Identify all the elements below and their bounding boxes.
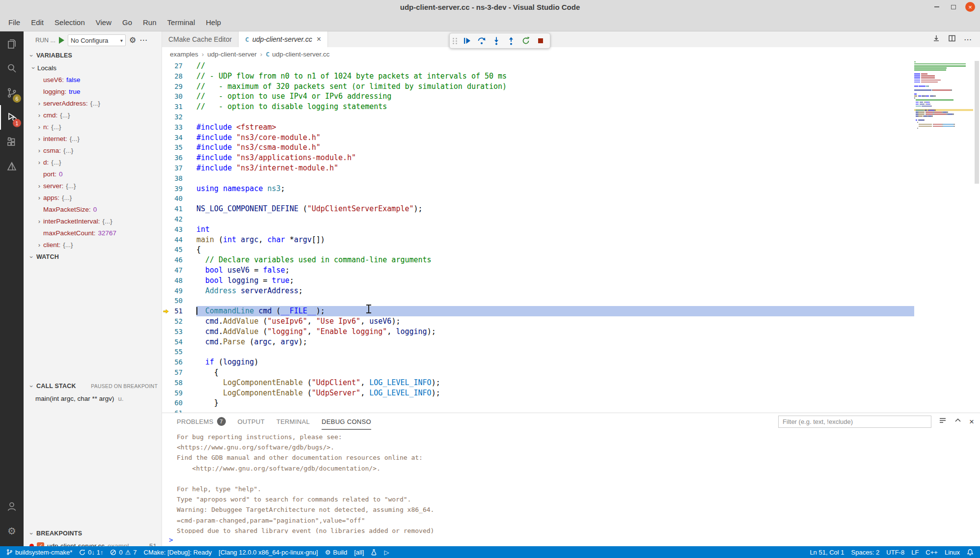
code-text[interactable]: #include "ns3/csma-module.h" — [196, 142, 914, 153]
code-text[interactable]: CommandLine cmd (__FILE__); — [196, 306, 914, 316]
view-more-actions-icon[interactable]: ⋯ — [139, 36, 147, 44]
line-number[interactable]: 33 — [169, 122, 183, 133]
tab-udp-client-server.cc[interactable]: Cudp-client-server.cc× — [239, 31, 328, 47]
variable-row[interactable]: ›interPacketInterval:{...} — [24, 215, 162, 227]
variable-row[interactable]: ›apps:{...} — [24, 192, 162, 203]
code-text[interactable]: using namespace ns3; — [196, 184, 914, 194]
panel-tab-output[interactable]: OUTPUT — [238, 413, 265, 430]
gutter-glyph[interactable] — [162, 276, 169, 286]
variable-row[interactable]: maxPacketCount:32767 — [24, 227, 162, 239]
gutter-glyph[interactable] — [162, 142, 169, 153]
gutter-glyph[interactable] — [162, 398, 169, 408]
code-text[interactable]: #include "ns3/internet-module.h" — [196, 163, 914, 173]
settings-gear-icon[interactable]: ⚙ — [0, 519, 24, 543]
run-file-icon[interactable] — [932, 34, 940, 44]
gutter-glyph[interactable] — [162, 184, 169, 194]
code-line[interactable]: 55 — [162, 347, 914, 357]
line-number[interactable]: 46 — [169, 255, 183, 265]
restart-button[interactable] — [519, 34, 532, 47]
code-text[interactable]: } — [196, 398, 914, 408]
code-line[interactable]: 47 bool useV6 = false; — [162, 265, 914, 276]
gutter-glyph[interactable] — [162, 153, 169, 163]
gutter-glyph[interactable] — [162, 408, 169, 413]
breakpoints-section-header[interactable]: › BREAKPOINTS — [24, 527, 162, 540]
code-text[interactable] — [196, 347, 914, 357]
code-line[interactable]: 50 — [162, 296, 914, 306]
code-text[interactable]: LogComponentEnable ("UdpServer", LOG_LEV… — [196, 388, 914, 398]
code-line[interactable]: 34#include "ns3/core-module.h" — [162, 133, 914, 143]
close-button[interactable]: × — [965, 2, 975, 12]
gutter-glyph[interactable] — [162, 235, 169, 245]
cmake-kit[interactable]: [Clang 12.0.0 x86_64-pc-linux-gnu] — [215, 546, 321, 558]
cmake-icon[interactable] — [0, 154, 24, 179]
output-settings-icon[interactable] — [939, 417, 947, 426]
maximize-panel-icon[interactable] — [954, 417, 962, 426]
gutter-glyph[interactable] — [162, 82, 169, 92]
breadcrumb-item-examples[interactable]: examples — [170, 51, 198, 58]
code-text[interactable]: // - option to disable logging statement… — [196, 102, 914, 112]
line-number[interactable]: 31 — [169, 102, 183, 112]
line-number[interactable]: 29 — [169, 82, 183, 92]
step-out-button[interactable] — [505, 34, 517, 47]
line-number[interactable]: 32 — [169, 112, 183, 122]
code-line[interactable]: 45{ — [162, 245, 914, 255]
call-stack-frame[interactable]: main(int argc, char ** argv) u. — [24, 392, 162, 404]
encoding-indicator[interactable]: UTF-8 — [883, 546, 908, 558]
code-text[interactable] — [196, 408, 914, 413]
tab-cmake-cache-editor[interactable]: CMake Cache Editor — [162, 31, 239, 47]
code-text[interactable] — [196, 214, 914, 224]
menu-item-go[interactable]: Go — [117, 14, 137, 31]
code-line[interactable]: 31// - option to disable logging stateme… — [162, 102, 914, 112]
code-line[interactable]: 59 LogComponentEnable ("UdpServer", LOG_… — [162, 388, 914, 398]
gutter-glyph[interactable] — [162, 163, 169, 173]
code-line[interactable]: 29// - maximum of 320 packets sent (or l… — [162, 82, 914, 92]
code-text[interactable]: // Declare variables used in command-lin… — [196, 255, 914, 265]
code-line[interactable]: 48 bool logging = true; — [162, 276, 914, 286]
minimap[interactable] — [914, 61, 973, 131]
code-line[interactable]: 40 — [162, 194, 914, 204]
variable-row[interactable]: ›serverAddress:{...} — [24, 97, 162, 109]
continue-button[interactable] — [461, 34, 473, 47]
gutter-glyph[interactable] — [162, 173, 169, 184]
debug-config-dropdown[interactable]: No Configura ▾ — [68, 34, 126, 46]
split-editor-icon[interactable] — [948, 34, 956, 44]
line-number[interactable]: 34 — [169, 133, 183, 143]
code-text[interactable] — [196, 112, 914, 122]
gutter-glyph[interactable] — [162, 367, 169, 378]
code-line[interactable]: 61 — [162, 408, 914, 413]
line-number[interactable]: 45 — [169, 245, 183, 255]
line-number[interactable]: 49 — [169, 286, 183, 296]
step-into-button[interactable] — [490, 34, 503, 47]
breakpoint-item[interactable]: ✓ udp-client-server.cc exampl... 51 — [24, 540, 162, 546]
line-number[interactable]: 37 — [169, 163, 183, 173]
code-text[interactable]: bool logging = true; — [196, 276, 914, 286]
code-line[interactable]: 44main (int argc, char *argv[]) — [162, 235, 914, 245]
code-text[interactable]: cmd.AddValue ("useIpv6", "Use Ipv6", use… — [196, 316, 914, 327]
line-number[interactable]: 43 — [169, 224, 183, 235]
stop-button[interactable] — [534, 34, 547, 47]
code-line[interactable]: 42 — [162, 214, 914, 224]
code-line[interactable]: 32 — [162, 112, 914, 122]
line-number[interactable]: 54 — [169, 337, 183, 347]
variable-row[interactable]: ›internet:{...} — [24, 133, 162, 144]
gutter-glyph[interactable] — [162, 112, 169, 122]
locals-scope-row[interactable]: › Locals — [24, 62, 162, 74]
line-number[interactable]: 55 — [169, 347, 183, 357]
close-icon[interactable]: × — [317, 35, 321, 43]
gutter-glyph[interactable] — [162, 296, 169, 306]
variable-row[interactable]: ›n:{...} — [24, 121, 162, 133]
gutter-glyph[interactable] — [162, 347, 169, 357]
cmake-build-button[interactable]: ⚙ Build — [322, 546, 351, 558]
code-line[interactable]: 43int — [162, 224, 914, 235]
code-text[interactable]: cmd.AddValue ("logging", "Enable logging… — [196, 327, 914, 337]
editor-scrollbar[interactable] — [975, 61, 979, 184]
launch-target-icon[interactable]: ▷ — [381, 546, 392, 558]
line-number[interactable]: 30 — [169, 91, 183, 102]
cmake-status[interactable]: CMake: [Debug]: Ready — [140, 546, 216, 558]
extensions-icon[interactable] — [0, 130, 24, 154]
line-number[interactable]: 57 — [169, 367, 183, 378]
code-line[interactable]: 52 cmd.AddValue ("useIpv6", "Use Ipv6", … — [162, 316, 914, 327]
debug-gear-icon[interactable]: ⚙ — [129, 36, 136, 44]
code-text[interactable] — [196, 173, 914, 184]
variable-row[interactable]: ›client:{...} — [24, 239, 162, 251]
